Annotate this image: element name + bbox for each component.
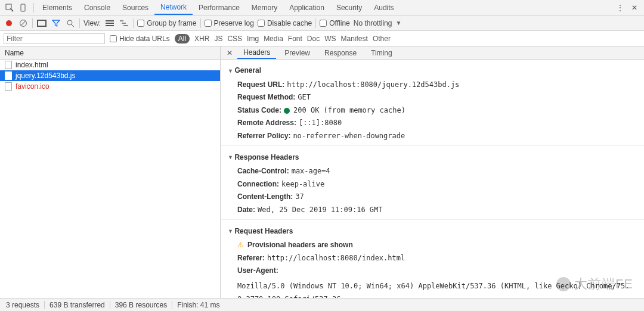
kv-value: Wed, 25 Dec 2019 11:09:16 GMT <box>258 204 383 217</box>
request-name: index.html <box>16 61 48 69</box>
main-tabs: Elements Console Sources Network Perform… <box>0 0 644 15</box>
tab-audits[interactable]: Audits <box>368 0 400 15</box>
filter-type-media[interactable]: Media <box>264 35 283 43</box>
filter-type-ws[interactable]: WS <box>324 35 336 43</box>
kv-key: Request URL: <box>237 79 284 92</box>
section-request-headers[interactable]: Request Headers <box>221 224 644 240</box>
search-icon[interactable] <box>65 18 76 29</box>
column-name[interactable]: Name <box>0 46 220 60</box>
kv-value: http://localhost:8080/index.html <box>267 252 405 265</box>
tb-sep-2 <box>79 18 80 28</box>
network-toolbar: View: Group by frame Preserve log Disabl… <box>0 15 644 31</box>
device-icon[interactable] <box>17 0 31 15</box>
waterfall-icon[interactable] <box>119 18 129 29</box>
kv-key: Remote Address: <box>237 117 296 130</box>
status-finish: Finish: 41 ms <box>177 301 219 309</box>
svg-rect-6 <box>38 21 45 26</box>
status-dot-icon <box>284 108 290 114</box>
svg-rect-11 <box>106 25 114 26</box>
request-list: Name index.html jquery.12d543bd.js favic… <box>0 46 221 298</box>
disable-cache-checkbox[interactable]: Disable cache <box>258 19 312 27</box>
filter-type-doc[interactable]: Doc <box>307 35 320 43</box>
request-row[interactable]: favicon.ico <box>0 81 220 92</box>
status-bar: 3 requests 639 B transferred 396 B resou… <box>0 298 644 311</box>
preserve-log-checkbox[interactable]: Preserve log <box>205 19 254 27</box>
request-name: jquery.12d543bd.js <box>16 71 76 80</box>
request-row[interactable]: index.html <box>0 60 220 70</box>
status-requests: 3 requests <box>6 301 39 309</box>
svg-rect-9 <box>106 20 114 21</box>
tab-performance[interactable]: Performance <box>193 0 246 15</box>
request-rows: index.html jquery.12d543bd.js favicon.ic… <box>0 60 220 298</box>
svg-rect-13 <box>122 23 126 24</box>
kv-value: 37 <box>295 191 304 204</box>
tab-network[interactable]: Network <box>154 0 193 15</box>
svg-line-8 <box>72 24 74 27</box>
inspect-icon[interactable] <box>2 0 17 15</box>
tab-memory[interactable]: Memory <box>246 0 283 15</box>
filter-type-font[interactable]: Font <box>288 35 302 43</box>
tb-sep-5 <box>315 18 316 28</box>
tab-security[interactable]: Security <box>330 0 368 15</box>
details-pane: ✕ Headers Preview Response Timing Genera… <box>221 46 644 298</box>
kv-value: no-referrer-when-downgrade <box>293 130 405 143</box>
section-response-headers[interactable]: Response Headers <box>221 150 644 166</box>
filter-type-css[interactable]: CSS <box>227 35 242 43</box>
kv-key: Cache-Control: <box>237 165 289 178</box>
dtab-preview[interactable]: Preview <box>278 46 316 59</box>
section-general[interactable]: General <box>221 63 644 79</box>
status-transferred: 639 B transferred <box>49 301 105 309</box>
close-icon[interactable]: ✕ <box>224 49 235 57</box>
svg-line-4 <box>21 21 26 26</box>
filter-type-xhr[interactable]: XHR <box>194 35 209 43</box>
tb-sep-3 <box>133 18 134 28</box>
filter-type-other[interactable]: Other <box>373 35 391 43</box>
tb-sep <box>32 18 33 28</box>
kv-key: Referrer Policy: <box>237 130 290 143</box>
dtab-headers[interactable]: Headers <box>237 46 276 59</box>
request-row[interactable]: jquery.12d543bd.js <box>0 70 220 81</box>
filmstrip-icon[interactable] <box>36 18 47 29</box>
throttling-select[interactable]: No throttling <box>354 19 392 27</box>
tab-application[interactable]: Application <box>283 0 330 15</box>
chevron-down-icon[interactable]: ▼ <box>395 20 401 26</box>
menu-icon[interactable]: ⋮ <box>613 0 627 15</box>
kv-value: keep-alive <box>281 178 324 191</box>
provisional-warning: ⚠Provisional headers are shown <box>221 239 644 252</box>
filter-type-js[interactable]: JS <box>214 35 222 43</box>
kv-key: Content-Length: <box>237 191 293 204</box>
kv-value: 200 OK (from memory cache) <box>293 104 405 117</box>
offline-checkbox[interactable]: Offline <box>320 19 349 27</box>
kv-key: User-Agent: <box>237 265 278 278</box>
tab-console[interactable]: Console <box>78 0 116 15</box>
svg-rect-10 <box>106 23 114 24</box>
filter-type-manifest[interactable]: Manifest <box>341 35 368 43</box>
tab-sources[interactable]: Sources <box>116 0 154 15</box>
filter-icon[interactable] <box>51 18 61 29</box>
warning-icon: ⚠ <box>237 239 244 252</box>
details-tabs: ✕ Headers Preview Response Timing <box>221 46 644 60</box>
details-body: General Request URL:http://localhost:808… <box>221 60 644 298</box>
kv-key: Status Code: <box>237 104 281 117</box>
clear-icon[interactable] <box>18 18 29 29</box>
kv-key: Date: <box>237 204 255 217</box>
doc-icon <box>5 71 12 80</box>
record-icon[interactable] <box>4 18 14 29</box>
dtab-response[interactable]: Response <box>318 46 363 59</box>
status-resources: 396 B resources <box>115 301 167 309</box>
doc-icon <box>5 82 12 91</box>
filter-type-all[interactable]: All <box>175 34 190 43</box>
doc-icon <box>5 61 12 69</box>
tab-elements[interactable]: Elements <box>36 0 78 15</box>
panes: Name index.html jquery.12d543bd.js favic… <box>0 46 644 298</box>
svg-point-2 <box>6 20 12 26</box>
kv-key: Request Method: <box>237 91 295 104</box>
dtab-timing[interactable]: Timing <box>365 46 398 59</box>
svg-rect-1 <box>21 4 25 11</box>
group-by-frame-checkbox[interactable]: Group by frame <box>137 19 196 27</box>
large-rows-icon[interactable] <box>104 18 115 29</box>
hide-data-urls-checkbox[interactable]: Hide data URLs <box>110 35 170 43</box>
close-devtools-icon[interactable]: ✕ <box>627 0 642 15</box>
filter-input[interactable] <box>4 33 105 44</box>
filter-type-img[interactable]: Img <box>247 35 259 43</box>
